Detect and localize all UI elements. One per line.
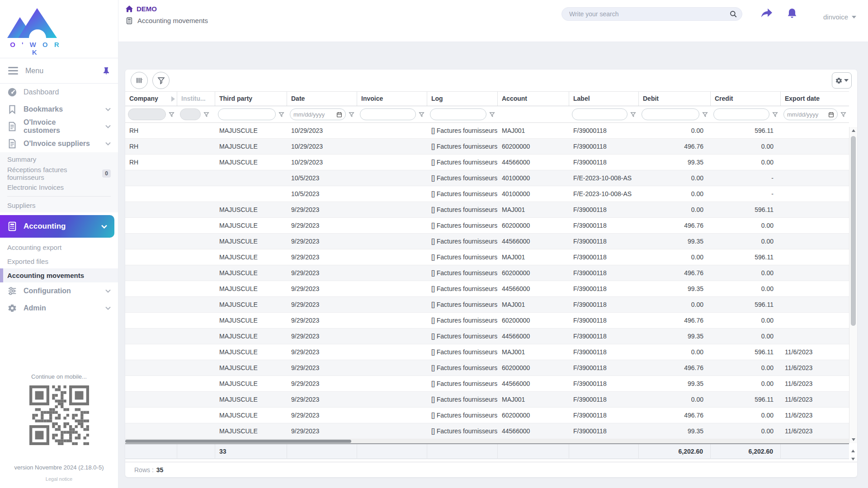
funnel-icon[interactable]: [419, 112, 425, 117]
funnel-icon[interactable]: [489, 112, 495, 117]
date-filter-input[interactable]: mm/dd/yyyy: [290, 108, 346, 120]
column-header-account[interactable]: Account: [498, 92, 569, 106]
column-header-log[interactable]: Log: [427, 92, 498, 106]
sidebar-item-exported-files[interactable]: Exported files: [0, 254, 118, 268]
funnel-icon[interactable]: [630, 112, 636, 117]
table-row[interactable]: MAJUSCULE 9/29/2023 [] Factures fourniss…: [125, 376, 849, 392]
table-row[interactable]: MAJUSCULE 9/29/2023 [] Factures fourniss…: [125, 281, 849, 297]
sidebar-item-configuration[interactable]: Configuration: [0, 282, 118, 300]
menu-toggle[interactable]: Menu: [0, 58, 118, 84]
cell-debit: 0.00: [639, 170, 711, 186]
funnel-icon[interactable]: [840, 112, 846, 117]
cell-account: 44566000: [498, 423, 569, 439]
invoice-filter-input[interactable]: [360, 108, 416, 120]
column-header-date[interactable]: Date: [287, 92, 357, 106]
table-row[interactable]: MAJUSCULE 9/29/2023 [] Factures fourniss…: [125, 218, 849, 234]
table-row[interactable]: MAJUSCULE 9/29/2023 [] Factures fourniss…: [125, 392, 849, 408]
label-filter-input[interactable]: [572, 108, 627, 120]
table-row[interactable]: MAJUSCULE 9/29/2023 [] Factures fourniss…: [125, 328, 849, 344]
table-row[interactable]: RH MAJUSCULE 10/29/2023 [] Factures four…: [125, 123, 849, 139]
sidebar-item-oinvoice-suppliers[interactable]: O'Invoice suppliers: [0, 135, 118, 152]
horizontal-scrollbar-thumb[interactable]: [125, 440, 351, 443]
calculator-icon: [7, 221, 17, 231]
sidebar-item-accounting-export[interactable]: Accounting export: [0, 240, 118, 254]
share-icon[interactable]: [760, 8, 773, 19]
table-row[interactable]: 10/5/2023 [] Factures fournisseurs 40100…: [125, 170, 849, 186]
table-row[interactable]: MAJUSCULE 9/29/2023 [] Factures fourniss…: [125, 423, 849, 439]
table-row[interactable]: MAJUSCULE 9/29/2023 [] Factures fourniss…: [125, 344, 849, 360]
funnel-icon[interactable]: [702, 112, 708, 117]
column-header-invoice[interactable]: Invoice: [357, 92, 427, 106]
table-row[interactable]: MAJUSCULE 9/29/2023 [] Factures fourniss…: [125, 297, 849, 313]
horizontal-scrollbar[interactable]: [125, 439, 849, 443]
table-row[interactable]: 10/5/2023 [] Factures fournisseurs 40100…: [125, 186, 849, 202]
scroll-down-button[interactable]: [849, 436, 857, 443]
totals-mini-scrollbar[interactable]: [849, 447, 857, 464]
sidebar-item-admin[interactable]: Admin: [0, 300, 118, 317]
sidebar-item-receptions-factures[interactable]: Réceptions factures fournisseurs 0: [0, 166, 118, 180]
search-input[interactable]: [569, 10, 729, 18]
cell-debit: 0.00: [639, 297, 711, 312]
table-row[interactable]: MAJUSCULE 9/29/2023 [] Factures fourniss…: [125, 265, 849, 281]
bell-icon[interactable]: [787, 8, 797, 19]
funnel-icon[interactable]: [278, 112, 284, 117]
funnel-icon[interactable]: [203, 112, 209, 117]
table-row[interactable]: MAJUSCULE 9/29/2023 [] Factures fourniss…: [125, 249, 849, 265]
search-icon[interactable]: [729, 10, 737, 18]
pin-icon[interactable]: [103, 67, 110, 75]
cell-export-date: 11/6/2023: [781, 423, 849, 439]
sidebar-item-suppliers[interactable]: Suppliers: [0, 198, 118, 212]
columns-button[interactable]: [131, 72, 148, 89]
cell-export-date: [781, 186, 849, 202]
filter-button[interactable]: [152, 72, 170, 89]
cell-date: 9/29/2023: [287, 328, 357, 344]
sidebar-item-bookmarks[interactable]: Bookmarks: [0, 101, 118, 118]
sidebar-item-accounting[interactable]: Accounting: [0, 215, 114, 238]
vertical-scrollbar[interactable]: [849, 127, 857, 443]
cell-date: 9/29/2023: [287, 423, 357, 439]
cell-company: [125, 344, 177, 360]
column-header-export-date[interactable]: Export date: [781, 92, 849, 106]
vertical-scrollbar-thumb[interactable]: [851, 136, 856, 326]
calculator-icon: [126, 17, 133, 24]
cell-account: 60200000: [498, 218, 569, 233]
funnel-icon[interactable]: [349, 112, 354, 117]
cell-company: [125, 297, 177, 312]
sidebar-item-dashboard[interactable]: Dashboard: [0, 84, 118, 101]
expand-group-icon[interactable]: [171, 96, 175, 102]
table-body: RH MAJUSCULE 10/29/2023 [] Factures four…: [125, 123, 857, 439]
app-home-link[interactable]: DEMO: [126, 5, 208, 13]
log-filter-input[interactable]: [430, 108, 486, 120]
export-date-filter-input[interactable]: mm/dd/yyyy: [783, 108, 838, 120]
total-credit: 6,202.60: [711, 444, 781, 459]
calendar-icon: [828, 112, 834, 117]
scroll-up-button[interactable]: [849, 127, 857, 134]
sidebar-item-summary[interactable]: Summary: [0, 152, 118, 166]
sidebar-item-oinvoice-customers[interactable]: O'Invoice customers: [0, 118, 118, 135]
legal-notice-link[interactable]: Legal notice: [0, 476, 118, 482]
table-row[interactable]: RH MAJUSCULE 10/29/2023 [] Factures four…: [125, 139, 849, 155]
debit-filter-input[interactable]: [642, 108, 699, 120]
column-header-institution[interactable]: Institu...: [177, 92, 215, 106]
table-row[interactable]: MAJUSCULE 9/29/2023 [] Factures fourniss…: [125, 202, 849, 218]
third-party-filter-input[interactable]: [218, 108, 276, 120]
column-header-debit[interactable]: Debit: [639, 92, 711, 106]
sidebar-item-electronic-invoices[interactable]: Electronic Invoices: [0, 180, 118, 194]
table-row[interactable]: MAJUSCULE 9/29/2023 [] Factures fourniss…: [125, 234, 849, 249]
table-row[interactable]: MAJUSCULE 9/29/2023 [] Factures fourniss…: [125, 360, 849, 376]
table-settings-button[interactable]: [832, 72, 852, 89]
table-row[interactable]: RH MAJUSCULE 10/29/2023 [] Factures four…: [125, 155, 849, 170]
credit-filter-input[interactable]: [713, 108, 769, 120]
column-header-label[interactable]: Label: [569, 92, 639, 106]
scroll-up-button[interactable]: [849, 447, 857, 455]
funnel-icon[interactable]: [169, 112, 175, 117]
table-row[interactable]: MAJUSCULE 9/29/2023 [] Factures fourniss…: [125, 408, 849, 423]
column-header-third-party[interactable]: Third party: [215, 92, 287, 106]
user-menu[interactable]: dinvoice: [823, 13, 856, 21]
table-row[interactable]: MAJUSCULE 9/29/2023 [] Factures fourniss…: [125, 313, 849, 328]
column-header-credit[interactable]: Credit: [711, 92, 781, 106]
column-header-company[interactable]: Company: [125, 92, 177, 106]
sidebar-item-accounting-movements[interactable]: Accounting movements: [0, 268, 118, 282]
cell-invoice: [357, 313, 427, 328]
funnel-icon[interactable]: [772, 112, 778, 117]
